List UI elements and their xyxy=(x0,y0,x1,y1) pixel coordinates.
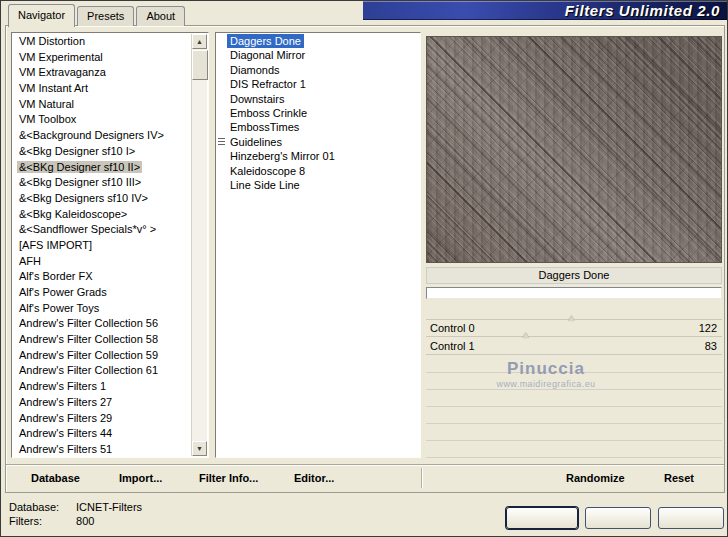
filter-info-button[interactable]: Filter Info... xyxy=(199,465,258,491)
filter-item[interactable]: Downstairs xyxy=(216,92,420,106)
filter-item-gutter xyxy=(216,52,227,59)
filter-item[interactable]: Daggers Done xyxy=(216,34,420,48)
category-item[interactable]: Andrew's Filter Collection 59 xyxy=(12,348,192,364)
category-item[interactable]: Andrew's Filter Collection 61 xyxy=(12,363,192,379)
filter-item[interactable]: Diamonds xyxy=(216,63,420,77)
filter-item-label: Downstairs xyxy=(227,92,287,106)
import-button[interactable]: Import... xyxy=(119,465,162,491)
filter-item[interactable]: DIS Refractor 1 xyxy=(216,77,420,91)
category-item[interactable]: Alf's Border FX xyxy=(12,269,192,285)
scroll-down-icon: ▼ xyxy=(196,445,203,452)
filter-item[interactable]: Kaleidoscope 8 xyxy=(216,164,420,178)
slider-thumb[interactable]: ▲ xyxy=(521,330,531,340)
category-item-label: Andrew's Filters 27 xyxy=(17,396,114,408)
scroll-up-button[interactable]: ▲ xyxy=(192,34,207,49)
category-item-label: Alf's Power Grads xyxy=(17,286,109,298)
control-slider-row[interactable]: Control 0 ▲ 122 xyxy=(426,319,722,337)
slider-thumb[interactable]: ▲ xyxy=(567,313,577,323)
status-filters-value: 800 xyxy=(76,515,94,527)
category-item-label: &<Bkg Designer sf10 III> xyxy=(17,176,143,188)
filter-item[interactable]: Line Side Line xyxy=(216,178,420,192)
control-label: Control 1 xyxy=(426,340,522,352)
tab-bar: Navigator Presets About xyxy=(8,4,187,27)
tab[interactable]: Navigator xyxy=(8,4,75,27)
scroll-up-icon: ▲ xyxy=(196,38,203,45)
filter-item-gutter xyxy=(216,38,227,45)
category-scrollbar[interactable]: ▲ ▼ xyxy=(191,34,207,456)
filter-item[interactable]: EmbossTimes xyxy=(216,120,420,134)
tab[interactable]: Presets xyxy=(77,6,134,26)
filter-item-gutter xyxy=(216,66,227,73)
category-item[interactable]: VM Extravaganza xyxy=(12,65,192,81)
filter-item-gutter xyxy=(216,81,227,88)
filter-preview-image xyxy=(426,36,722,263)
filter-item[interactable]: Emboss Crinkle xyxy=(216,106,420,120)
empty-control-rows xyxy=(426,356,722,458)
category-item[interactable]: VM Natural xyxy=(12,97,192,113)
tab-label: Navigator xyxy=(18,9,65,21)
category-item[interactable]: Andrew's Filter Collection 56 xyxy=(12,316,192,332)
category-item-label: VM Extravaganza xyxy=(17,66,108,78)
category-item-label: &<Background Designers IV> xyxy=(17,129,166,141)
filter-item-gutter xyxy=(216,124,227,131)
category-item[interactable]: AFH xyxy=(12,254,192,270)
category-item-label: VM Distortion xyxy=(17,35,87,47)
action-buttons xyxy=(506,507,724,529)
category-item[interactable]: Andrew's Filters 1 xyxy=(12,379,192,395)
control-value: 83 xyxy=(705,340,722,352)
randomize-button[interactable]: Randomize xyxy=(566,465,625,491)
filter-item-label: DIS Refractor 1 xyxy=(227,77,309,91)
category-item-label: Andrew's Filters 1 xyxy=(17,380,108,392)
category-item[interactable]: VM Toolbox xyxy=(12,112,192,128)
preview-caption: Daggers Done xyxy=(426,267,722,284)
category-item[interactable]: Andrew's Filter Collection 58 xyxy=(12,332,192,348)
category-item[interactable]: Alf's Power Toys xyxy=(12,301,192,317)
category-item[interactable]: Andrew's Filters 27 xyxy=(12,395,192,411)
reset-button[interactable]: Reset xyxy=(664,465,694,491)
category-item[interactable]: &<Bkg Designer sf10 I> xyxy=(12,144,192,160)
control-slider-row[interactable]: Control 1 ▲ 83 xyxy=(426,337,722,355)
category-item-label: VM Experimental xyxy=(17,51,105,63)
scrollbar-thumb[interactable] xyxy=(192,50,208,80)
status-area: Database: ICNET-Filters Filters: 800 xyxy=(9,500,142,528)
control-value: 122 xyxy=(699,322,722,334)
category-item[interactable]: VM Distortion xyxy=(12,34,192,50)
filter-item-label: Guidelines xyxy=(227,135,285,149)
category-item[interactable]: &<Background Designers IV> xyxy=(12,128,192,144)
category-item[interactable]: Alf's Power Grads xyxy=(12,285,192,301)
category-item-label: AFH xyxy=(17,255,43,267)
category-item-label: Alf's Border FX xyxy=(17,270,95,282)
action-button[interactable] xyxy=(585,507,651,529)
category-item-label: VM Instant Art xyxy=(17,82,90,94)
filter-item-gutter xyxy=(216,138,227,145)
filter-item[interactable]: Guidelines xyxy=(216,135,420,149)
category-item[interactable]: [AFS IMPORT] xyxy=(12,238,192,254)
action-button[interactable] xyxy=(658,507,724,529)
filter-item-label: Diamonds xyxy=(227,63,283,77)
category-list[interactable]: VM Distortion VM Experimental VM Extrava… xyxy=(11,32,209,458)
filter-item[interactable]: Hinzeberg's Mirror 01 xyxy=(216,149,420,163)
bottom-toolbar: Database Import... Filter Info... Editor… xyxy=(6,464,724,491)
filter-item-label: EmbossTimes xyxy=(227,120,302,134)
editor-button[interactable]: Editor... xyxy=(294,465,334,491)
category-item[interactable]: &<Sandflower Specials*v° > xyxy=(12,222,192,238)
action-button[interactable] xyxy=(506,507,578,529)
category-item[interactable]: Andrew's Filters 29 xyxy=(12,411,192,427)
filter-item-gutter xyxy=(216,167,227,174)
scroll-down-button[interactable]: ▼ xyxy=(192,441,207,456)
database-button[interactable]: Database xyxy=(31,465,80,491)
category-item[interactable]: &<Bkg Designer sf10 III> xyxy=(12,175,192,191)
category-item[interactable]: VM Instant Art xyxy=(12,81,192,97)
category-item[interactable]: &<Bkg Kaleidoscope> xyxy=(12,207,192,223)
category-item[interactable]: Andrew's Filters 44 xyxy=(12,426,192,442)
category-item[interactable]: &<BKg Designer sf10 II> xyxy=(12,160,192,176)
filter-item[interactable]: Diagonal Mirror xyxy=(216,48,420,62)
category-item[interactable]: &<Bkg Designers sf10 IV> xyxy=(12,191,192,207)
category-item-label: &<Bkg Designers sf10 IV> xyxy=(17,192,150,204)
tab[interactable]: About xyxy=(136,6,185,26)
filter-list[interactable]: Daggers Done Diagonal Mirror Diamonds DI… xyxy=(215,32,421,458)
category-item[interactable]: VM Experimental xyxy=(12,50,192,66)
category-item[interactable]: Andrew's Filters 51 xyxy=(12,442,192,458)
category-item-label: Andrew's Filter Collection 58 xyxy=(17,333,160,345)
banner-title: Filters Unlimited 2.0 xyxy=(565,2,720,19)
